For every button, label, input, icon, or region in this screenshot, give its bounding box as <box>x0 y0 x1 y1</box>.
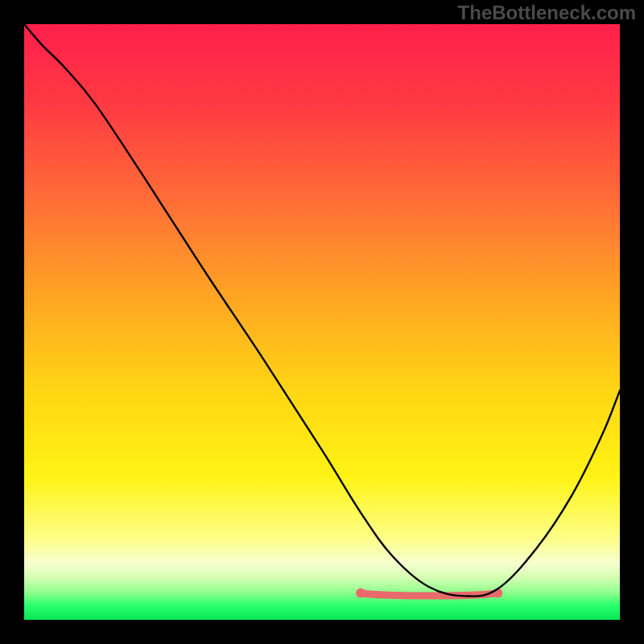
highlight-endpoint-left <box>356 588 365 598</box>
plot-area <box>24 24 620 620</box>
chart-frame: TheBottleneck.com <box>0 0 644 644</box>
bottleneck-curve <box>24 24 620 597</box>
watermark-text: TheBottleneck.com <box>458 2 636 24</box>
curve-layer <box>24 24 620 620</box>
